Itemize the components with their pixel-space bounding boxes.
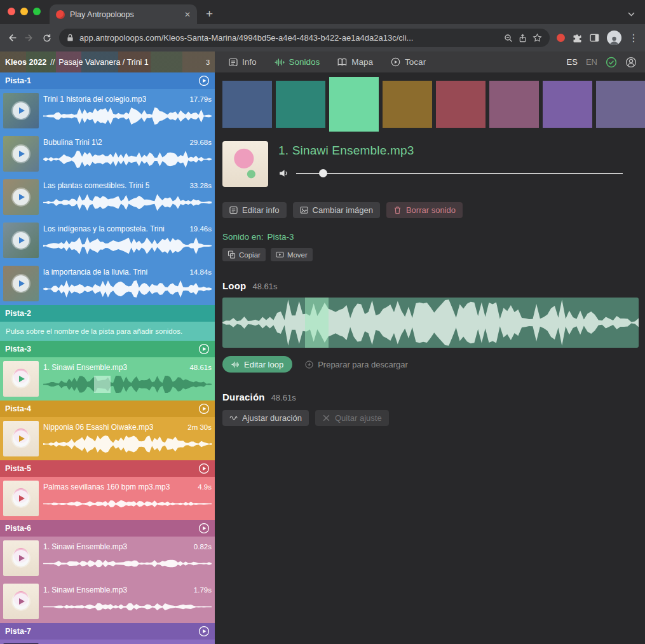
extensions-puzzle-icon[interactable]	[572, 33, 582, 43]
nav-tab-tocar[interactable]: Tocar	[391, 57, 426, 67]
back-button[interactable]	[6, 32, 17, 43]
edit-loop-button[interactable]: Editar loop	[222, 356, 292, 373]
sound-thumbnail	[3, 421, 39, 456]
sound-item[interactable]: Bubulina Trini 1\229.68s	[0, 132, 215, 175]
sound-in-track-link[interactable]: Pista-3	[268, 232, 294, 242]
browser-menu-icon[interactable]: ⋮	[628, 32, 639, 44]
breadcrumb[interactable]: Kleos 2022 // Pasaje Valvanera / Trini 1…	[0, 51, 215, 72]
adjust-duration-button[interactable]: Ajustar duración	[222, 410, 309, 426]
track-header[interactable]: Pista-4	[0, 401, 215, 417]
palette-swatch[interactable]	[383, 81, 432, 128]
maximize-window-button[interactable]	[33, 8, 41, 15]
play-overlay-icon[interactable]	[13, 102, 29, 119]
volume-knob[interactable]	[319, 169, 327, 177]
adjust-icon	[229, 414, 238, 422]
sound-item-header: Los indígenas y la compostela. Trini19.4…	[43, 224, 212, 233]
minimize-window-button[interactable]	[20, 8, 28, 15]
track-play-button[interactable]	[198, 403, 210, 414]
palette-swatch[interactable]	[596, 81, 645, 128]
track-header[interactable]: Pista-2	[0, 305, 215, 322]
sound-item[interactable]: 1. Sinawi Ensemble.mp348.61s	[0, 357, 215, 401]
play-overlay-icon[interactable]	[13, 189, 29, 205]
track-play-button[interactable]	[198, 463, 210, 474]
move-button[interactable]: Mover	[271, 248, 313, 261]
change-image-button[interactable]: Cambiar imágen	[293, 202, 380, 218]
nav-tab-sonidos[interactable]: Sonidos	[275, 57, 320, 67]
sound-item-waveform	[43, 280, 212, 298]
palette-swatch[interactable]	[276, 81, 325, 128]
volume-slider[interactable]	[296, 169, 623, 177]
play-overlay-icon[interactable]	[13, 550, 29, 566]
nav-tab-info[interactable]: Info	[229, 57, 257, 67]
copy-button[interactable]: Copiar	[222, 248, 266, 261]
browser-toolbar: app.antropoloops.com/Kleos-Santa-Marina/…	[0, 24, 645, 51]
track-header[interactable]: Pista-7	[0, 623, 215, 640]
remove-adjust-button[interactable]: Quitar ajuste	[315, 410, 389, 426]
nav-tab-mapa[interactable]: Mapa	[337, 57, 373, 67]
sound-item-duration: 48.61s	[189, 364, 212, 371]
palette-swatch[interactable]	[436, 81, 485, 128]
sync-check-icon[interactable]	[606, 57, 617, 68]
lang-es-button[interactable]: ES	[567, 57, 578, 67]
sound-item[interactable]: 1. Sinawi Ensemble.mp30.82s	[0, 537, 215, 580]
delete-sound-button[interactable]: Borrar sonido	[386, 202, 463, 218]
breadcrumb-project[interactable]: Kleos 2022	[5, 58, 46, 67]
address-bar[interactable]: app.antropoloops.com/Kleos-Santa-Marina/…	[59, 29, 550, 47]
palette-swatch[interactable]	[329, 77, 379, 132]
prepare-download-button[interactable]: Preparar para descargar	[304, 357, 409, 373]
play-overlay-icon[interactable]	[13, 146, 29, 162]
side-panel-icon[interactable]	[589, 32, 600, 43]
breadcrumb-page[interactable]: Pasaje Valvanera / Trini 1	[58, 58, 149, 67]
url-text[interactable]: app.antropoloops.com/Kleos-Santa-Marina/…	[79, 33, 498, 43]
loop-selection-band[interactable]	[305, 298, 329, 348]
tab-search-chevron-icon[interactable]	[628, 12, 635, 17]
duration-heading: Duración	[222, 392, 265, 402]
sound-item[interactable]: Los indígenas y la compostela. Trini19.4…	[0, 219, 215, 262]
edit-info-button[interactable]: Editar info	[222, 202, 287, 218]
forward-button[interactable]	[24, 32, 35, 43]
play-overlay-icon[interactable]	[13, 232, 29, 249]
track-header[interactable]: Pista-5	[0, 460, 215, 477]
new-tab-button[interactable]: +	[206, 8, 213, 20]
sound-item[interactable]: la importancia de la lluvia. Trini14.84s	[0, 262, 215, 305]
track-play-button[interactable]	[198, 75, 210, 86]
play-overlay-icon[interactable]	[13, 371, 29, 387]
bookmark-star-icon[interactable]	[533, 33, 542, 43]
palette-swatch[interactable]	[489, 81, 539, 128]
speaker-icon[interactable]	[278, 168, 289, 178]
palette-swatch[interactable]	[222, 81, 272, 128]
share-icon[interactable]	[519, 34, 527, 43]
track-play-icon	[198, 343, 210, 355]
close-window-button[interactable]	[8, 8, 15, 15]
sound-item-header: Trini 1 historia del colegio.mp317.79s	[43, 95, 212, 104]
play-overlay-icon[interactable]	[13, 430, 29, 447]
track-header[interactable]: Pista-6	[0, 520, 215, 537]
play-overlay-icon[interactable]	[13, 490, 29, 507]
track-header[interactable]: Pista-1	[0, 72, 215, 89]
track-play-button[interactable]	[198, 343, 210, 355]
sound-item[interactable]: Palmas sevillanas 160 bpm mp3.mp34.9s	[0, 477, 215, 520]
reload-button[interactable]	[42, 33, 52, 43]
sound-item[interactable]: Nipponia 06 Esashi Oiwake.mp32m 30s	[0, 417, 215, 460]
sound-item[interactable]: Musica completa2m 15s	[0, 640, 215, 644]
track-play-button[interactable]	[198, 523, 210, 534]
play-overlay-icon[interactable]	[13, 593, 29, 610]
recording-indicator-icon[interactable]	[557, 34, 565, 42]
track-play-button[interactable]	[198, 626, 210, 637]
account-icon[interactable]	[625, 57, 637, 68]
zoom-icon[interactable]	[504, 34, 513, 43]
palette-swatch[interactable]	[543, 81, 592, 128]
loop-waveform[interactable]	[222, 298, 639, 348]
track-header[interactable]: Pista-3	[0, 341, 215, 357]
sound-item[interactable]: Las plantas comestibles. Trini 533.28s	[0, 175, 215, 219]
tab-close-icon[interactable]: ✕	[184, 10, 191, 19]
sound-item[interactable]: 1. Sinawi Ensemble.mp31.79s	[0, 580, 215, 623]
profile-avatar[interactable]	[607, 31, 621, 45]
lang-en-button[interactable]: EN	[586, 57, 597, 67]
play-overlay-icon[interactable]	[13, 275, 29, 292]
browser-tab[interactable]: Play Antropoloops ✕	[50, 4, 197, 24]
sound-item[interactable]: Trini 1 historia del colegio.mp317.79s	[0, 89, 215, 132]
sound-image[interactable]	[222, 141, 268, 187]
remove-adjust-label: Quitar ajuste	[335, 413, 382, 423]
move-label: Mover	[287, 251, 308, 259]
